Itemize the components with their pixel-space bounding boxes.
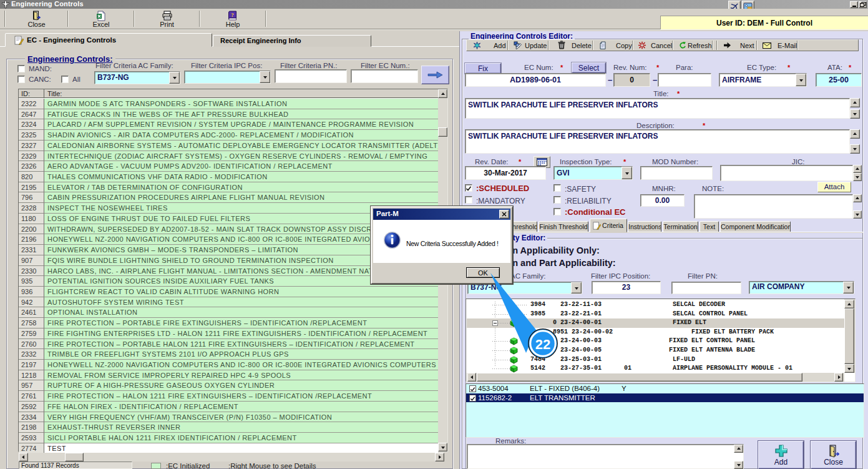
- table-row[interactable]: 2332 TRIMBLE OR FREEFLIGHT SYSTEMS 2101 …: [19, 349, 438, 360]
- minimize-button[interactable]: [850, 1, 858, 8]
- note-textarea[interactable]: [694, 194, 853, 219]
- vscroll-thumb[interactable]: [438, 127, 447, 137]
- scroll-up-icon[interactable]: [850, 98, 860, 107]
- apply-filter-button[interactable]: [421, 66, 449, 84]
- filter-ipc-pos-combo[interactable]: [184, 71, 271, 84]
- scroll-up-icon[interactable]: [853, 165, 862, 173]
- applicability-close-button[interactable]: Close: [811, 441, 856, 469]
- table-row[interactable]: 2322 GARMIN MODE S ATC TRANSPONDERS - SO…: [19, 99, 438, 109]
- table-row[interactable]: 2329 INTERTECHNIQUE (ZODIAC AIRCRAFT SYS…: [19, 151, 438, 162]
- tree-row[interactable]: 3984 23-22-11-03 SELCAL DECODER: [467, 300, 844, 310]
- app-filter-pn-field[interactable]: [671, 282, 741, 294]
- applicability-add-button[interactable]: Add: [758, 441, 804, 469]
- tree-vscroll-thumb[interactable]: [844, 309, 854, 364]
- tree-row[interactable]: 0 23-24-00-01 FIXED ELT: [467, 318, 844, 328]
- dialog-close-icon[interactable]: [499, 210, 509, 219]
- dropdown-arrow-icon[interactable]: [843, 282, 854, 294]
- table-row[interactable]: 2592 FFE HALON FIREX - IDENTIFICATION / …: [19, 402, 438, 412]
- restore-button[interactable]: [859, 1, 867, 8]
- filter-ac-family-combo[interactable]: B737-NG: [94, 71, 180, 84]
- tab-termination[interactable]: Termination: [663, 221, 698, 232]
- refresh-button[interactable]: Refresh: [688, 42, 712, 49]
- inspection-type-combo[interactable]: GVI: [553, 166, 633, 180]
- table-row[interactable]: 957 RUPTURE OF A HIGH-PRESSURE GASEOUS O…: [19, 380, 438, 391]
- company-combo[interactable]: AIR COMPANY: [749, 281, 854, 294]
- rev-num-field[interactable]: 0: [613, 73, 650, 87]
- mandatory-checkbox[interactable]: [465, 196, 472, 204]
- scroll-up-icon[interactable]: [844, 300, 854, 309]
- scroll-down-icon[interactable]: [734, 461, 743, 469]
- update-button[interactable]: Update: [525, 42, 547, 49]
- copy-button[interactable]: Copy: [616, 42, 632, 49]
- part-checkbox[interactable]: [469, 385, 476, 392]
- tree-row[interactable]: 7484 23-25-03-01 LF-ULD: [467, 355, 844, 365]
- table-row[interactable]: 2324 PLACARD / AFM SUPPLEMENT REVISION /…: [19, 119, 438, 130]
- cancel-button[interactable]: Cancel: [651, 42, 672, 49]
- tree-row[interactable]: 3985 23-22-21-01 SELCAL CONTROL PANEL: [467, 310, 844, 319]
- tab-component-modification[interactable]: Component Modification: [720, 221, 791, 232]
- table-row[interactable]: 936 FLIGHTCREW REACT TO VALID CABIN ALTI…: [19, 287, 438, 297]
- table-row[interactable]: 2195 ELEVATOR / TAB DETERMINATION OF CON…: [19, 182, 438, 193]
- dialog-ok-button[interactable]: OK: [466, 267, 500, 278]
- safety-checkbox[interactable]: [553, 184, 561, 192]
- scroll-right-icon[interactable]: [834, 373, 843, 382]
- table-row[interactable]: 2198 EXHAUST-THRUST REVERSER INNER: [19, 422, 438, 433]
- fix-button[interactable]: Fix: [465, 63, 501, 74]
- hscroll-thumb[interactable]: [65, 453, 84, 462]
- table-row[interactable]: 2461 OPTIONAL INSTALLATION: [19, 307, 438, 318]
- title-textarea[interactable]: SWITLIK PARACHUTE LIFE PRESERVER INFLATO…: [465, 98, 850, 119]
- dropdown-arrow-icon[interactable]: [571, 282, 582, 294]
- rev-date-field[interactable]: 30-Mar-2017: [465, 166, 546, 180]
- tab-criteria-active[interactable]: Criteria: [590, 219, 627, 232]
- app-filter-ipc-field[interactable]: 23: [592, 281, 661, 294]
- email-button[interactable]: E-Mail: [778, 42, 797, 49]
- filter-ec-num-input[interactable]: [351, 69, 418, 83]
- table-row[interactable]: 2197 HONEYWELL NZ-2000 NAVIGATION COMPUT…: [19, 360, 438, 370]
- next-button[interactable]: Next: [740, 42, 754, 49]
- description-textarea[interactable]: SWITLIK PARACHUTE LIFE PRESERVER INFLATO…: [465, 129, 850, 154]
- remarks-textarea[interactable]: [467, 444, 744, 469]
- table-row[interactable]: 2760 FIRE PROTECTION – PORTABLE HALON 12…: [19, 339, 438, 350]
- canc-checkbox[interactable]: [17, 76, 25, 83]
- dropdown-arrow-icon[interactable]: [796, 74, 806, 86]
- scroll-down-icon[interactable]: [850, 109, 860, 119]
- tree-row[interactable]: 8951 23-24-00-02 FIXED ELT BATTERY PACK: [467, 328, 844, 337]
- attach-button[interactable]: Attach: [817, 182, 851, 192]
- table-row[interactable]: 2761 FIRE PROTECTION – HALON 1211 FIRE E…: [19, 391, 438, 402]
- table-row[interactable]: 2327 CALEDONIAN AIRBORNE SYSTEMS - AUTOM…: [19, 141, 438, 151]
- ec-type-combo[interactable]: AIRFRAME: [719, 73, 807, 87]
- scroll-down-icon[interactable]: [853, 173, 862, 181]
- delete-button[interactable]: Delete: [572, 42, 592, 49]
- part-row[interactable]: 1152682-2 ELT TRANSMITTER: [466, 393, 864, 403]
- tree-row[interactable]: 5142 23-27-35-01 01 AIRPLANE PERSONALITY…: [467, 364, 844, 373]
- dropdown-arrow-icon[interactable]: [260, 71, 270, 83]
- help-button[interactable]: ? Help: [200, 9, 265, 29]
- table-row[interactable]: 2759 FIRE FIGHTING ENTERPRISES LTD - HAL…: [19, 328, 438, 339]
- table-row[interactable]: 2758 FIRE PROTECTION – PORTABLE FIRE EXT…: [19, 318, 438, 328]
- table-row[interactable]: 796 CABIN PRESSURIZATION PROCEDURES AIRP…: [19, 192, 438, 203]
- dropdown-arrow-icon[interactable]: [622, 167, 632, 179]
- table-row[interactable]: 2593 SICLI PORTABLE HALON 1211 FIREX IDE…: [19, 433, 438, 443]
- scroll-up-icon[interactable]: [853, 194, 862, 202]
- col-id-header[interactable]: ID:: [19, 89, 44, 97]
- conditional-ec-checkbox[interactable]: [553, 208, 561, 215]
- add-button[interactable]: Add: [494, 42, 506, 49]
- tab-receipt-engineering-info[interactable]: Receipt Engineering Info: [213, 35, 371, 47]
- tab-text[interactable]: Text: [700, 221, 719, 232]
- tab-instructions[interactable]: Instructions: [628, 221, 661, 232]
- select-button[interactable]: Select: [572, 62, 606, 73]
- mnhr-field[interactable]: 0.00: [640, 194, 685, 207]
- table-row[interactable]: 2647 FATIGUE CRACKS IN THE WEBS OF THE A…: [19, 109, 438, 120]
- tree-collapse-icon[interactable]: [492, 320, 498, 326]
- scroll-down-icon[interactable]: [844, 364, 854, 373]
- scroll-up-icon[interactable]: [734, 445, 743, 453]
- table-row[interactable]: 820 THALES COMMUNICATIONS VHF DATA RADIO…: [19, 172, 438, 182]
- table-row[interactable]: 2326 AERO ADVANTAGE - VACUUM PUMPS ADV20…: [19, 161, 438, 172]
- mod-number-field[interactable]: [640, 166, 713, 180]
- tree-row[interactable]: 23-24-00-05 FIXED ELT ANTENNA BLADE: [467, 346, 844, 355]
- scheduled-checkbox[interactable]: [465, 184, 472, 192]
- excel-button[interactable]: Excel: [69, 9, 134, 29]
- scroll-left-icon[interactable]: [467, 373, 476, 382]
- dropdown-arrow-icon[interactable]: [169, 72, 180, 84]
- all-checkbox[interactable]: [61, 76, 69, 83]
